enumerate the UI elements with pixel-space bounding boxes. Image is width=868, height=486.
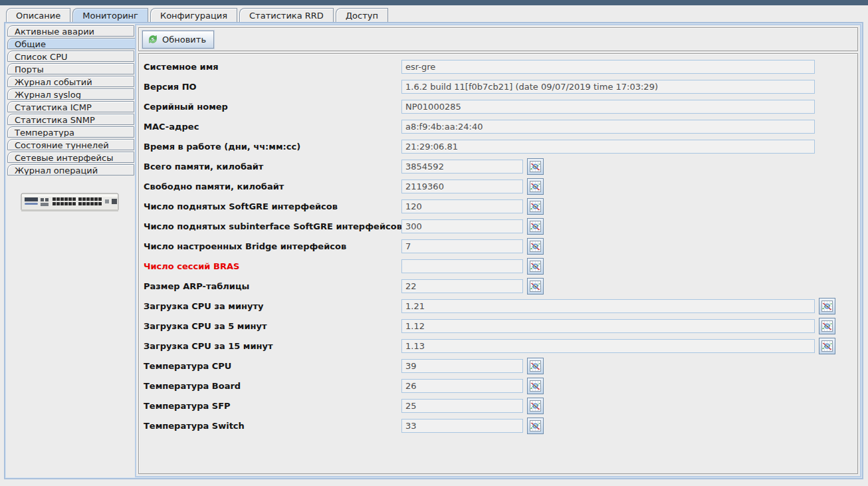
line-graph-icon bbox=[530, 161, 541, 172]
line-graph-icon bbox=[530, 380, 541, 392]
sidebar-item-label: Список CPU bbox=[15, 52, 68, 62]
refresh-button[interactable]: Обновить bbox=[142, 31, 214, 49]
sidebar-item-label: Статистика ICMP bbox=[15, 102, 92, 112]
sidebar-item-2[interactable]: Общие bbox=[7, 38, 136, 49]
sidebar-item-label: Порты bbox=[15, 64, 44, 74]
sidebar-item-label: Журнал операций bbox=[15, 166, 98, 176]
sidebar-item-label: Общие bbox=[15, 39, 46, 49]
form-row: Серийный номер bbox=[142, 96, 857, 116]
sidebar-item-7[interactable]: Статистика ICMP bbox=[7, 101, 134, 112]
form-row: Свободно памяти, килобайт bbox=[142, 176, 857, 196]
sidebar-item-label: Активные аварии bbox=[15, 27, 94, 37]
line-graph-icon bbox=[530, 201, 541, 212]
chart-button[interactable] bbox=[527, 178, 544, 195]
field-label: Версия ПО bbox=[142, 82, 401, 92]
chart-button[interactable] bbox=[819, 298, 835, 314]
chart-button[interactable] bbox=[819, 338, 835, 354]
field-label: Серийный номер bbox=[142, 102, 401, 112]
chart-button[interactable] bbox=[527, 358, 544, 374]
field-value-input[interactable] bbox=[401, 160, 523, 174]
tab-5[interactable]: Доступ bbox=[336, 8, 388, 22]
monitoring-content-frame: Активные аварии Общие Список CPU Порты Ж… bbox=[4, 22, 863, 479]
chart-button[interactable] bbox=[527, 198, 544, 215]
tab-label: Описание bbox=[16, 11, 60, 21]
chart-button[interactable] bbox=[527, 258, 544, 275]
form-row: Число поднятых SoftGRE интерфейсов bbox=[142, 196, 857, 216]
sidebar-item-8[interactable]: Статистика SNMP bbox=[7, 114, 134, 125]
sidebar-item-label: Журнал событий bbox=[15, 77, 92, 87]
field-value-input[interactable] bbox=[401, 259, 523, 273]
sidebar-item-12[interactable]: Журнал операций bbox=[7, 164, 134, 176]
field-value-input[interactable] bbox=[401, 219, 523, 233]
sidebar-item-1[interactable]: Активные аварии bbox=[7, 25, 134, 37]
window-top-bar bbox=[0, 0, 868, 5]
form-row: Число сессий BRAS bbox=[142, 256, 857, 276]
sidebar-item-3[interactable]: Список CPU bbox=[7, 51, 134, 62]
field-value-input[interactable] bbox=[401, 180, 523, 193]
chart-button[interactable] bbox=[527, 278, 544, 295]
field-value-input[interactable] bbox=[401, 279, 523, 293]
tab-2[interactable]: Мониторинг bbox=[72, 8, 148, 22]
field-value-input[interactable] bbox=[401, 199, 523, 213]
field-value-input[interactable] bbox=[401, 239, 523, 253]
field-value-input[interactable] bbox=[401, 60, 815, 74]
field-label: Размер ARP-таблицы bbox=[142, 281, 401, 291]
line-graph-icon bbox=[530, 281, 541, 292]
form-row: Версия ПО bbox=[142, 76, 857, 96]
chart-button[interactable] bbox=[527, 418, 544, 434]
line-graph-icon bbox=[530, 360, 541, 372]
refresh-button-label: Обновить bbox=[162, 35, 206, 45]
sidebar-item-5[interactable]: Журнал событий bbox=[7, 76, 134, 87]
field-value-input[interactable] bbox=[401, 299, 815, 313]
tab-1[interactable]: Описание bbox=[6, 8, 70, 22]
chart-button[interactable] bbox=[527, 398, 544, 414]
form-row: Всего памяти, килобайт bbox=[142, 156, 857, 176]
tab-label: Статистика RRD bbox=[249, 11, 324, 21]
status-form: Системное имя Версия ПО Серийный номер M… bbox=[138, 53, 858, 474]
refresh-icon bbox=[148, 34, 158, 45]
field-value-input[interactable] bbox=[401, 339, 815, 353]
chart-button[interactable] bbox=[819, 318, 835, 334]
chart-button[interactable] bbox=[527, 158, 544, 175]
sidebar-item-label: Состояние туннелей bbox=[15, 140, 109, 150]
sidebar-item-label: Температура bbox=[15, 128, 74, 138]
sidebar: Активные аварии Общие Список CPU Порты Ж… bbox=[5, 23, 134, 478]
chart-button[interactable] bbox=[527, 238, 544, 255]
sidebar-item-9[interactable]: Температура bbox=[7, 126, 134, 138]
field-value-input[interactable] bbox=[401, 140, 815, 154]
sidebar-item-label: Статистика SNMP bbox=[15, 115, 95, 125]
field-label: Температура Switch bbox=[142, 421, 401, 431]
field-value-input[interactable] bbox=[401, 379, 523, 393]
line-graph-icon bbox=[821, 340, 833, 352]
field-value-input[interactable] bbox=[401, 419, 523, 433]
tab-label: Мониторинг bbox=[82, 11, 138, 21]
field-value-input[interactable] bbox=[401, 399, 523, 413]
form-row: Загрузка CPU за 5 минут bbox=[142, 316, 857, 336]
field-value-input[interactable] bbox=[401, 120, 815, 134]
chart-button[interactable] bbox=[527, 218, 544, 235]
field-value-input[interactable] bbox=[401, 359, 523, 373]
line-graph-icon bbox=[530, 261, 541, 272]
chart-button[interactable] bbox=[527, 378, 544, 394]
tab-3[interactable]: Конфигурация bbox=[150, 8, 237, 22]
field-label: MAC-адрес bbox=[142, 122, 401, 132]
sidebar-item-10[interactable]: Состояние туннелей bbox=[7, 139, 134, 150]
sidebar-item-4[interactable]: Порты bbox=[7, 63, 134, 74]
field-label: Число сессий BRAS bbox=[142, 261, 401, 271]
tab-4[interactable]: Статистика RRD bbox=[239, 8, 334, 22]
form-row: Время в работе (дни, чч:мм:сс) bbox=[142, 136, 857, 156]
sidebar-item-label: Журнал syslog bbox=[15, 90, 81, 100]
form-row: Размер ARP-таблицы bbox=[142, 276, 857, 296]
form-row: Число поднятых subinterface SoftGRE инте… bbox=[142, 216, 857, 236]
field-value-input[interactable] bbox=[401, 80, 815, 94]
form-row: Температура SFP bbox=[142, 396, 857, 416]
form-row: MAC-адрес bbox=[142, 116, 857, 136]
field-value-input[interactable] bbox=[401, 319, 815, 333]
form-row: Число настроенных Bridge интерфейсов bbox=[142, 236, 857, 256]
sidebar-item-label: Сетевые интерфейсы bbox=[15, 153, 113, 163]
field-label: Время в работе (дни, чч:мм:сс) bbox=[142, 142, 401, 152]
field-value-input[interactable] bbox=[401, 100, 815, 114]
sidebar-item-11[interactable]: Сетевые интерфейсы bbox=[7, 152, 134, 163]
sidebar-item-6[interactable]: Журнал syslog bbox=[7, 88, 134, 100]
field-label: Свободно памяти, килобайт bbox=[142, 182, 401, 191]
